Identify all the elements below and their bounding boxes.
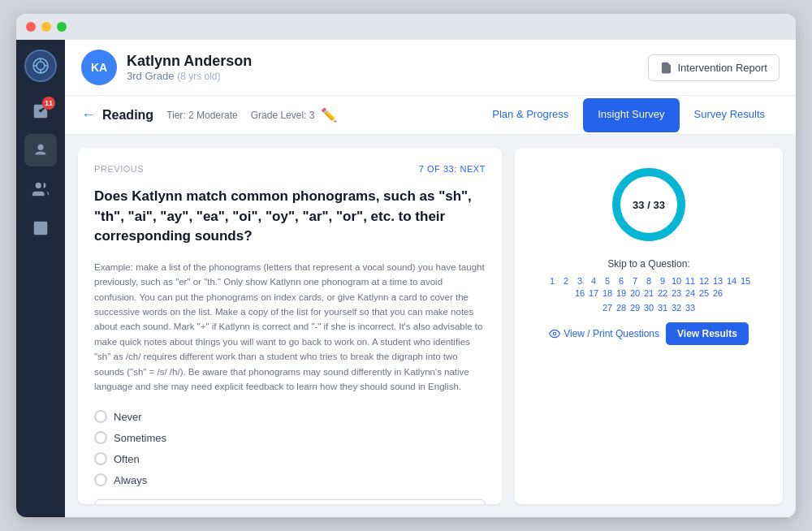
question-number-21[interactable]: 21 bbox=[643, 288, 654, 298]
radio-never[interactable] bbox=[94, 410, 107, 423]
question-number-25[interactable]: 25 bbox=[698, 288, 710, 298]
notification-badge: 11 bbox=[42, 97, 55, 110]
titlebar bbox=[16, 14, 796, 40]
svg-point-11 bbox=[553, 332, 556, 335]
view-print-button[interactable]: View / Print Questions bbox=[549, 328, 659, 339]
question-number-17[interactable]: 17 bbox=[588, 288, 599, 298]
question-number-14[interactable]: 14 bbox=[726, 276, 737, 286]
question-number-1[interactable]: 1 bbox=[546, 276, 558, 286]
question-number-5[interactable]: 5 bbox=[602, 276, 613, 286]
tasks-nav-item[interactable]: 11 bbox=[24, 95, 57, 127]
sidebar: 11 bbox=[16, 40, 65, 517]
answer-options: Never Sometimes Often Always bbox=[94, 410, 486, 486]
avatar: KA bbox=[81, 50, 117, 85]
option-often[interactable]: Often bbox=[94, 452, 486, 465]
question-number-6[interactable]: 6 bbox=[615, 276, 627, 286]
option-always[interactable]: Always bbox=[94, 473, 486, 486]
tab-insight-survey[interactable]: Insight Survey bbox=[583, 98, 679, 132]
score-panel: 33 / 33 Skip to a Question: 123456789101… bbox=[515, 148, 783, 504]
option-never-label: Never bbox=[114, 411, 142, 423]
option-sometimes[interactable]: Sometimes bbox=[94, 431, 486, 444]
breadcrumb: ← Reading Tier: 2 Moderate Grade Level: … bbox=[81, 106, 337, 123]
app-logo[interactable] bbox=[24, 50, 57, 82]
question-nav: PREVIOUS 7 OF 33: NEXT bbox=[94, 164, 486, 174]
minimize-dot[interactable] bbox=[41, 22, 51, 32]
score-donut: 33 / 33 bbox=[608, 164, 689, 245]
question-number-16[interactable]: 16 bbox=[574, 288, 585, 298]
question-number-22[interactable]: 22 bbox=[657, 288, 668, 298]
question-number-3[interactable]: 3 bbox=[574, 276, 585, 286]
question-number-28[interactable]: 28 bbox=[615, 303, 627, 313]
view-results-button[interactable]: View Results bbox=[666, 322, 749, 345]
close-dot[interactable] bbox=[26, 22, 36, 32]
student-name: Katlynn Anderson bbox=[127, 53, 252, 70]
student-nav-item[interactable] bbox=[24, 134, 57, 166]
student-grade: 3rd Grade (8 yrs old) bbox=[127, 70, 252, 82]
question-number-29[interactable]: 29 bbox=[629, 303, 641, 313]
question-number-10[interactable]: 10 bbox=[671, 276, 682, 286]
question-number-26[interactable]: 26 bbox=[712, 288, 723, 298]
intervention-report-button[interactable]: Intervention Report bbox=[648, 54, 780, 81]
question-number-31[interactable]: 31 bbox=[657, 303, 668, 313]
tab-survey-results[interactable]: Survey Results bbox=[680, 98, 780, 132]
question-number-8[interactable]: 8 bbox=[643, 276, 654, 286]
back-button[interactable]: ← bbox=[81, 106, 96, 123]
question-panel: PREVIOUS 7 OF 33: NEXT Does Katlynn matc… bbox=[78, 148, 502, 504]
report-nav-item[interactable] bbox=[24, 212, 57, 244]
question-number-19[interactable]: 19 bbox=[615, 288, 627, 298]
subheader: ← Reading Tier: 2 Moderate Grade Level: … bbox=[65, 96, 796, 135]
svg-rect-6 bbox=[34, 222, 48, 235]
tab-plan-progress[interactable]: Plan & Progress bbox=[477, 98, 583, 132]
next-label[interactable]: 7 OF 33: NEXT bbox=[419, 164, 486, 174]
tabs: Plan & Progress Insight Survey Survey Re… bbox=[477, 98, 780, 132]
radio-always[interactable] bbox=[94, 473, 107, 486]
option-never[interactable]: Never bbox=[94, 410, 486, 423]
section-label: Reading bbox=[102, 108, 153, 123]
question-number-30[interactable]: 30 bbox=[643, 303, 654, 313]
grade-level-badge: Grade Level: 3 bbox=[251, 110, 315, 121]
edit-icon[interactable]: ✏️ bbox=[321, 107, 337, 123]
maximize-dot[interactable] bbox=[57, 22, 67, 32]
question-description: Example: make a list of the phonograms (… bbox=[94, 260, 486, 395]
question-number-27[interactable]: 27 bbox=[602, 303, 613, 313]
intervention-report-label: Intervention Report bbox=[677, 62, 767, 74]
question-number-33[interactable]: 33 bbox=[685, 303, 696, 313]
radio-sometimes[interactable] bbox=[94, 431, 107, 444]
svg-point-1 bbox=[37, 62, 45, 70]
group-nav-item[interactable] bbox=[24, 173, 57, 205]
panel-actions: View / Print Questions View Results bbox=[549, 322, 749, 345]
question-number-11[interactable]: 11 bbox=[685, 276, 696, 286]
comment-input[interactable] bbox=[94, 499, 486, 504]
question-number-grid: 1234567891011121314151617181920212223242… bbox=[543, 276, 754, 313]
content-area: PREVIOUS 7 OF 33: NEXT Does Katlynn matc… bbox=[65, 135, 796, 517]
question-number-32[interactable]: 32 bbox=[671, 303, 682, 313]
main-content: KA Katlynn Anderson 3rd Grade (8 yrs old… bbox=[65, 40, 796, 517]
question-number-20[interactable]: 20 bbox=[629, 288, 641, 298]
option-often-label: Often bbox=[114, 453, 140, 465]
tier-badge: Tier: 2 Moderate bbox=[160, 108, 244, 123]
student-info: KA Katlynn Anderson 3rd Grade (8 yrs old… bbox=[81, 50, 252, 85]
question-number-12[interactable]: 12 bbox=[698, 276, 710, 286]
question-number-4[interactable]: 4 bbox=[588, 276, 599, 286]
score-label: 33 / 33 bbox=[633, 199, 665, 211]
question-number-13[interactable]: 13 bbox=[712, 276, 723, 286]
question-number-18[interactable]: 18 bbox=[602, 288, 613, 298]
previous-label: PREVIOUS bbox=[94, 164, 144, 174]
question-number-9[interactable]: 9 bbox=[657, 276, 668, 286]
view-print-label: View / Print Questions bbox=[564, 328, 659, 339]
header: KA Katlynn Anderson 3rd Grade (8 yrs old… bbox=[65, 40, 796, 96]
skip-label: Skip to a Question: bbox=[607, 258, 689, 270]
question-number-15[interactable]: 15 bbox=[740, 276, 751, 286]
question-number-2[interactable]: 2 bbox=[560, 276, 572, 286]
question-number-24[interactable]: 24 bbox=[685, 288, 696, 298]
option-sometimes-label: Sometimes bbox=[114, 432, 166, 444]
question-number-23[interactable]: 23 bbox=[671, 288, 682, 298]
radio-often[interactable] bbox=[94, 452, 107, 465]
question-number-7[interactable]: 7 bbox=[629, 276, 641, 286]
option-always-label: Always bbox=[114, 474, 147, 486]
question-title: Does Katlynn match common phonograms, su… bbox=[94, 187, 486, 247]
